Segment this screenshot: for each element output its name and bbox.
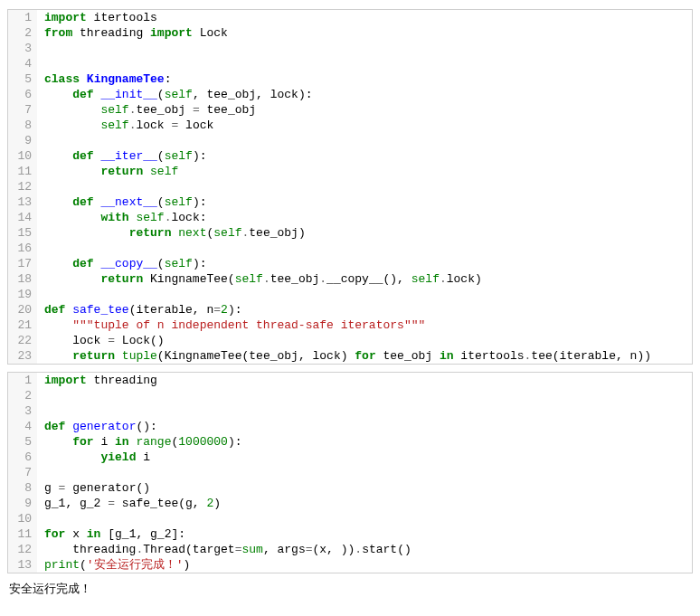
line-number: 10 — [8, 148, 37, 164]
token-fn: __init__ — [100, 88, 156, 101]
token-plain: (x, )) — [313, 543, 355, 556]
line-number: 14 — [8, 210, 37, 225]
code-source: def __copy__(self): — [37, 256, 692, 271]
code-line: 12 — [8, 179, 692, 194]
token-plain — [44, 226, 129, 240]
token-bi: self — [165, 88, 193, 101]
code-source: def generator(): — [37, 419, 692, 434]
token-plain: itertools — [454, 349, 525, 363]
token-plain: itertools — [87, 11, 157, 24]
code-line: 5class KingnameTee: — [8, 71, 692, 87]
code-source: print('安全运行完成！') — [37, 557, 692, 573]
line-number: 18 — [8, 271, 37, 287]
code-line: 13 def __next__(self): — [8, 194, 692, 210]
token-plain: ): — [228, 303, 242, 317]
token-plain — [44, 195, 72, 209]
code-source — [37, 465, 692, 480]
token-plain: ): — [193, 149, 207, 163]
code-line: 9g_1, g_2 = safe_tee(g, 2) — [8, 496, 692, 511]
token-plain: ): — [193, 195, 207, 209]
token-plain — [44, 211, 100, 224]
token-plain: ) — [183, 558, 190, 572]
token-plain: tee_obj) — [249, 226, 305, 240]
token-plain: [g_1, g_2]: — [100, 527, 185, 541]
token-plain: threading — [87, 374, 157, 387]
token-plain: tee(iterable, n)) — [531, 349, 651, 363]
token-kw: import — [44, 11, 87, 24]
code-line: 21 """tuple of n independent thread-safe… — [8, 317, 692, 333]
token-op: . — [263, 272, 270, 286]
code-line: 4def generator(): — [8, 419, 692, 434]
token-num: 1000000 — [178, 435, 228, 449]
code-source — [37, 56, 692, 71]
line-number: 13 — [8, 194, 37, 210]
token-bi: self — [235, 272, 263, 286]
token-kw: with — [100, 211, 128, 224]
token-op: = — [108, 334, 115, 347]
code-source: return next(self.tee_obj) — [37, 225, 692, 241]
code-line: 3 — [8, 403, 692, 419]
token-bi: self — [136, 211, 164, 224]
line-number: 11 — [8, 164, 37, 179]
token-bi: self — [150, 165, 178, 178]
token-num: 2 — [221, 303, 228, 317]
code-source: from threading import Lock — [37, 25, 692, 41]
token-plain: (KingnameTee(tee_obj, lock) — [157, 349, 355, 363]
line-number: 22 — [8, 333, 37, 348]
token-fn: safe_tee — [72, 303, 128, 317]
line-number: 1 — [8, 373, 37, 388]
code-source: for x in [g_1, g_2]: — [37, 526, 692, 542]
code-line: 1import itertools — [8, 10, 692, 25]
token-bi: self — [100, 103, 128, 117]
line-number: 3 — [8, 403, 37, 419]
token-plain: (): — [136, 420, 156, 433]
code-block-2: 1import threading2 3 4def generator():5 … — [7, 372, 693, 573]
token-kw: return — [129, 226, 172, 240]
line-number: 9 — [8, 496, 37, 511]
token-plain: ): — [193, 257, 207, 270]
token-kw: class — [44, 72, 80, 86]
code-line: 2 — [8, 388, 692, 403]
token-plain: threading — [72, 26, 150, 40]
token-kw: def — [44, 420, 65, 433]
token-plain — [44, 272, 100, 286]
token-plain: x — [65, 527, 86, 541]
token-plain: safe_tee(g, — [115, 497, 206, 510]
token-bi: self — [165, 257, 193, 270]
token-plain: lock) — [447, 272, 482, 286]
token-kw: return — [100, 272, 143, 286]
code-source: def __init__(self, tee_obj, lock): — [37, 87, 692, 102]
code-line: 4 — [8, 56, 692, 71]
token-plain — [44, 450, 100, 464]
code-line: 11for x in [g_1, g_2]: — [8, 526, 692, 542]
token-plain: ( — [157, 88, 165, 101]
code-source: import threading — [37, 373, 692, 388]
token-plain — [44, 318, 72, 332]
token-op: . — [440, 272, 447, 286]
token-plain — [80, 72, 87, 86]
token-kw: for — [72, 435, 93, 449]
token-kw: import — [44, 374, 87, 387]
code-source: """tuple of n independent thread-safe it… — [37, 317, 692, 333]
token-cls: KingnameTee — [87, 72, 165, 86]
code-source: import itertools — [37, 10, 692, 25]
line-number: 3 — [8, 41, 37, 56]
line-number: 13 — [8, 557, 37, 573]
token-plain: (iterable, n — [129, 303, 214, 317]
token-plain — [44, 349, 72, 363]
token-bi: self — [165, 195, 193, 209]
token-plain: : — [165, 72, 172, 86]
code-source — [37, 403, 692, 419]
code-source — [37, 511, 692, 526]
line-number: 20 — [8, 302, 37, 317]
token-plain: ): — [228, 435, 242, 449]
token-plain: start() — [362, 543, 411, 556]
line-number: 7 — [8, 465, 37, 480]
code-line: 7 — [8, 465, 692, 480]
token-plain — [44, 118, 100, 132]
token-plain: tee_obj — [270, 272, 320, 286]
token-plain — [115, 349, 122, 363]
token-bi: range — [136, 435, 171, 449]
code-line: 15 return next(self.tee_obj) — [8, 225, 692, 241]
token-kw: in — [115, 435, 129, 449]
